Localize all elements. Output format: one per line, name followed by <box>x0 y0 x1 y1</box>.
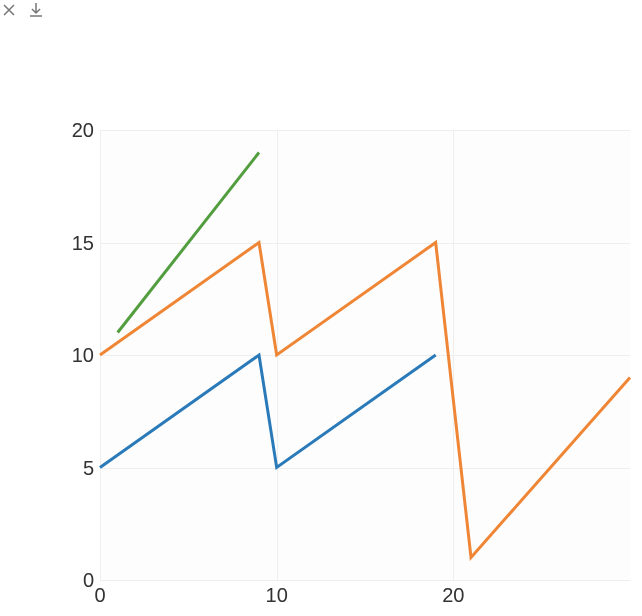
y-tick-20: 20 <box>60 119 94 142</box>
gridline-y-0 <box>100 580 630 581</box>
y-tick-5: 5 <box>60 456 94 479</box>
x-tick-0: 0 <box>94 584 105 607</box>
series-orange <box>100 243 630 558</box>
y-tick-15: 15 <box>60 231 94 254</box>
plot-area <box>100 130 630 580</box>
x-tick-10: 10 <box>266 584 288 607</box>
chart-lines <box>100 130 630 580</box>
toolbar <box>2 2 44 22</box>
clear-icon[interactable] <box>2 3 16 21</box>
series-green <box>118 153 259 333</box>
series-blue <box>100 355 436 468</box>
y-tick-10: 10 <box>60 344 94 367</box>
chart: 0 5 10 15 20 0 10 20 <box>60 130 620 600</box>
x-tick-20: 20 <box>442 584 464 607</box>
y-tick-0: 0 <box>60 569 94 592</box>
download-icon[interactable] <box>28 2 44 22</box>
